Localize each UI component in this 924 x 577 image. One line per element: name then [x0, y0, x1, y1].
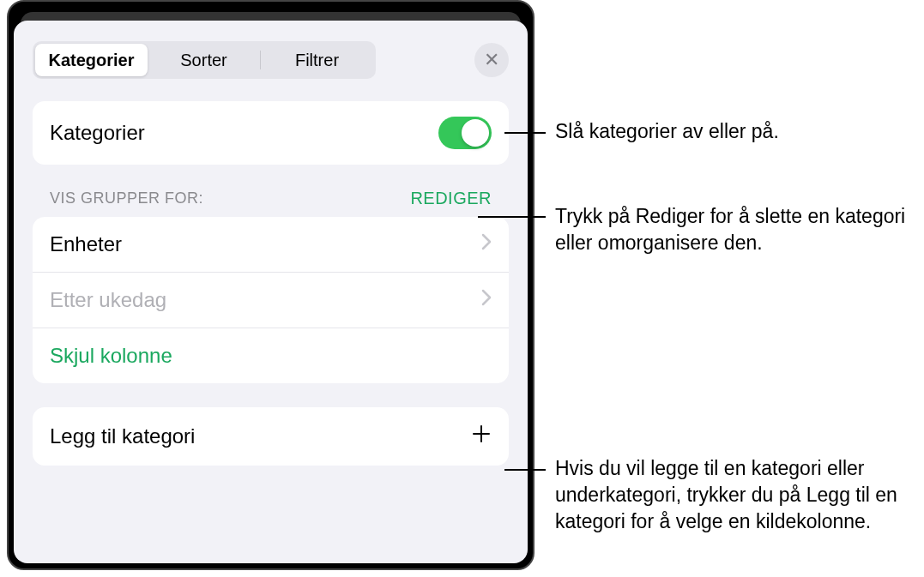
view-segmented-control: Kategorier Sorter Filtrer — [33, 41, 376, 79]
categories-toggle[interactable] — [438, 117, 492, 149]
tab-sort[interactable]: Sorter — [148, 44, 260, 76]
chevron-right-icon — [481, 289, 492, 311]
group-item-enheter[interactable]: Enheter — [33, 217, 509, 273]
chevron-right-icon — [481, 233, 492, 255]
group-item-etter-ukedag[interactable]: Etter ukedag — [33, 273, 509, 328]
group-item-label: Etter ukedag — [50, 288, 166, 312]
categories-toggle-card: Kategorier — [33, 101, 509, 165]
categories-panel: Kategorier Sorter Filtrer ✕ Kategorier — [14, 21, 528, 563]
tab-filter-label: Filtrer — [295, 51, 339, 70]
panel-header: Kategorier Sorter Filtrer ✕ — [33, 41, 509, 79]
callout-line — [504, 132, 546, 134]
groups-header-label: VIS GRUPPER FOR: — [50, 189, 203, 207]
add-category-button[interactable]: Legg til kategori — [33, 407, 509, 466]
close-button[interactable]: ✕ — [474, 43, 509, 77]
categories-toggle-label: Kategorier — [50, 121, 145, 145]
tab-categories[interactable]: Kategorier — [35, 44, 148, 76]
tab-sort-label: Sorter — [180, 51, 226, 70]
plus-icon — [471, 423, 492, 450]
hide-column-label: Skjul kolonne — [50, 344, 172, 368]
callout-add-text: Hvis du vil legge til en kategori eller … — [555, 455, 924, 535]
categories-toggle-row: Kategorier — [33, 101, 509, 165]
tab-categories-label: Kategorier — [48, 51, 134, 70]
hide-column-button[interactable]: Skjul kolonne — [33, 328, 509, 383]
add-category-label: Legg til kategori — [50, 424, 195, 448]
close-icon: ✕ — [484, 49, 499, 71]
toggle-knob — [462, 119, 489, 147]
edit-button[interactable]: REDIGER — [410, 189, 492, 208]
callout-edit-text: Trykk på Rediger for å slette en kategor… — [555, 203, 924, 256]
group-item-label: Enheter — [50, 232, 122, 256]
add-category-card: Legg til kategori — [33, 407, 509, 466]
panel-container: Kategorier Sorter Filtrer ✕ Kategorier — [7, 0, 534, 570]
callout-line — [504, 469, 546, 471]
callout-line — [478, 216, 546, 218]
callout-toggle-text: Slå kategorier av eller på. — [555, 118, 924, 145]
groups-section-header: VIS GRUPPER FOR: REDIGER — [33, 189, 509, 217]
tab-filter[interactable]: Filtrer — [261, 44, 373, 76]
groups-list-card: Enheter Etter ukedag Skjul kolonne — [33, 217, 509, 383]
